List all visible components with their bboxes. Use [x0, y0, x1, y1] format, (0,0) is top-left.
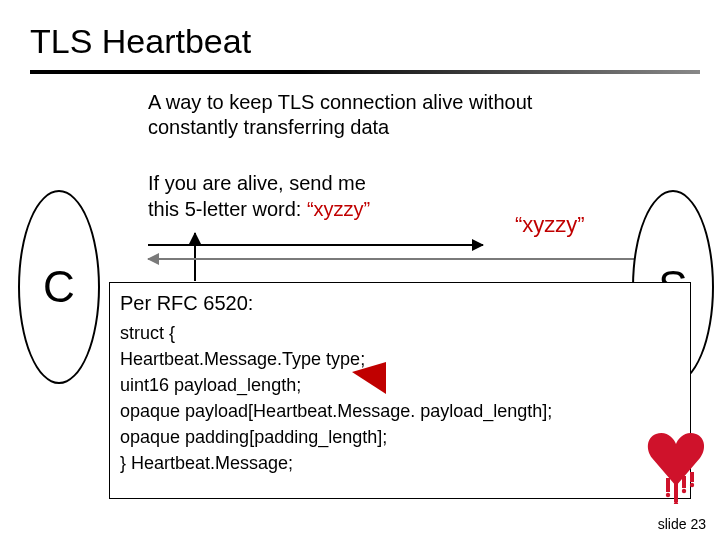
callout-l1: Open.SSL omitted to [390, 289, 556, 309]
callout-l2: check that this value [390, 312, 553, 332]
request-line2-pre: this 5-letter word: [148, 198, 307, 220]
slide-title: TLS Heartbeat [30, 22, 251, 61]
arrow-up-icon [194, 233, 196, 281]
code-line-6: } Heartbeat.Message; [120, 450, 680, 476]
request-text: If you are alive, send me this 5-letter … [148, 170, 468, 222]
code-line-4: opaque payload[Heartbeat.Message. payloa… [120, 398, 680, 424]
code-line-5: opaque padding[padding_length]; [120, 424, 680, 450]
svg-rect-2 [682, 476, 686, 488]
request-line1: If you are alive, send me [148, 172, 366, 194]
response-word: “xyzzy” [515, 212, 585, 238]
callout-l3: matches the actual length [390, 336, 595, 356]
heartbleed-icon [644, 428, 708, 492]
arrow-right-icon [148, 244, 483, 246]
subtitle: A way to keep TLS connection alive witho… [148, 90, 578, 140]
svg-rect-1 [674, 480, 678, 502]
slide-number: slide 23 [658, 516, 706, 532]
svg-point-4 [666, 493, 670, 497]
callout-box: Open.SSL omitted to check that this valu… [382, 284, 654, 388]
svg-point-7 [690, 483, 694, 487]
arrow-left-icon [148, 258, 658, 260]
request-word: “xyzzy” [307, 198, 370, 220]
svg-point-6 [682, 489, 686, 493]
svg-point-5 [674, 502, 678, 504]
client-label: C [43, 262, 75, 312]
svg-rect-3 [690, 472, 694, 482]
callout-tail-icon [352, 362, 386, 394]
callout-l4: of the heartbeat message [390, 359, 594, 379]
svg-rect-0 [666, 478, 670, 492]
client-ellipse: C [18, 190, 100, 384]
title-rule [30, 70, 700, 74]
